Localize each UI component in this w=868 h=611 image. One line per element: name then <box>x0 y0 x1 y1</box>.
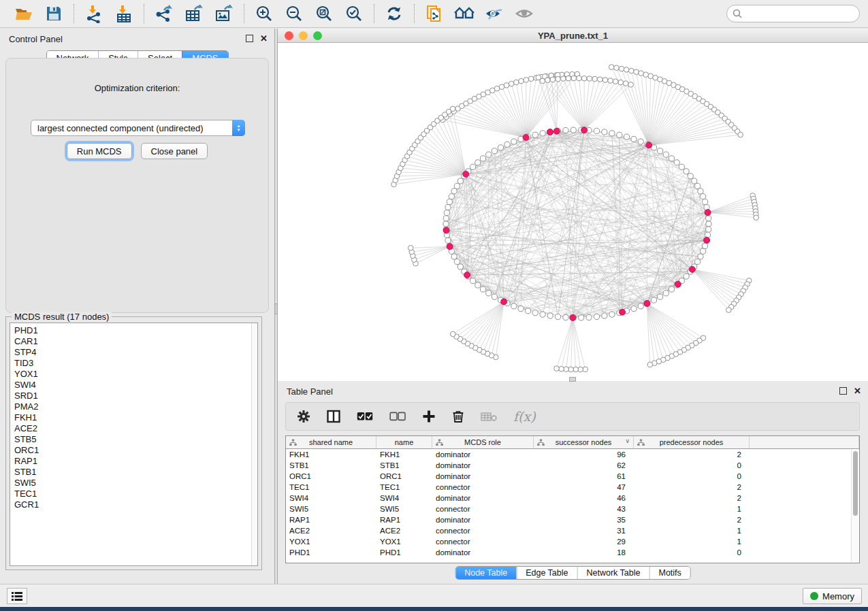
table-row[interactable]: STB1STB1dominator620 <box>286 460 859 471</box>
tab-node-table[interactable]: Node Table <box>455 567 516 579</box>
cell-predecessor-nodes: 0 <box>634 461 750 469</box>
import-network-icon[interactable] <box>84 4 104 23</box>
settings-gear-icon[interactable] <box>297 410 310 423</box>
cell-MCDS-role: connector <box>432 538 534 546</box>
mcds-result-item[interactable]: SWI4 <box>14 380 257 391</box>
horizontal-splitter-grip[interactable] <box>569 377 576 382</box>
add-column-icon[interactable] <box>422 410 436 423</box>
float-table-panel-icon[interactable] <box>839 387 847 395</box>
tab-edge-table[interactable]: Edge Table <box>516 567 577 579</box>
clear-checkboxes-icon[interactable] <box>389 412 406 421</box>
hide-selected-icon[interactable] <box>484 4 504 23</box>
delete-table-icon <box>481 412 497 422</box>
column-header-successor-nodes[interactable]: successor nodes∨ <box>534 436 634 448</box>
mcds-result-item[interactable]: ORC1 <box>14 445 257 456</box>
mcds-result-item[interactable]: SWI5 <box>14 478 257 489</box>
sort-chevron-icon: ∨ <box>625 437 630 444</box>
result-list-scrollbar[interactable] <box>251 323 257 565</box>
cell-predecessor-nodes: 1 <box>634 538 750 546</box>
network-canvas[interactable] <box>278 43 868 381</box>
cell-MCDS-role: connector <box>432 483 534 491</box>
zoom-out-icon[interactable] <box>284 4 304 23</box>
zoom-fit-icon[interactable] <box>314 4 334 23</box>
cell-name: PHD1 <box>376 548 432 557</box>
tab-network-table[interactable]: Network Table <box>577 567 649 579</box>
cell-predecessor-nodes: 0 <box>634 548 750 557</box>
table-row[interactable]: RAP1RAP1dominator352 <box>286 514 859 525</box>
export-network-icon[interactable] <box>154 4 174 23</box>
mcds-result-item[interactable]: FKH1 <box>14 412 257 423</box>
cell-name: TEC1 <box>376 483 432 491</box>
table-row[interactable]: SWI5SWI5connector431 <box>286 503 859 514</box>
close-window-icon[interactable] <box>285 31 293 40</box>
mcds-result-item[interactable]: PMA2 <box>14 401 257 412</box>
zoom-selected-icon[interactable] <box>344 4 364 23</box>
table-row[interactable]: PHD1PHD1dominator180 <box>286 547 859 558</box>
close-panel-icon[interactable]: ✕ <box>260 35 268 42</box>
minimize-window-icon[interactable] <box>299 31 308 40</box>
criterion-dropdown[interactable]: largest connected component (undirected)… <box>31 120 245 136</box>
status-bar: Memory <box>0 584 868 607</box>
mcds-result-item[interactable]: CAR1 <box>14 336 257 347</box>
table-row[interactable]: ORC1ORC1dominator610 <box>286 471 859 482</box>
mcds-result-item[interactable]: PHD1 <box>14 325 257 336</box>
run-mcds-button[interactable]: Run MCDS <box>67 143 132 159</box>
network-graph[interactable] <box>278 43 868 381</box>
task-history-button[interactable] <box>7 588 27 604</box>
float-panel-icon[interactable] <box>246 35 253 42</box>
cell-successor-nodes: 35 <box>534 516 634 524</box>
memory-status-icon <box>810 592 818 600</box>
cell-shared-name: ACE2 <box>286 527 376 535</box>
table-row[interactable]: ACE2ACE2connector311 <box>286 525 859 536</box>
mcds-result-item[interactable]: TID3 <box>14 358 257 369</box>
cell-MCDS-role: dominator <box>432 472 534 480</box>
table-scrollbar[interactable] <box>851 450 858 562</box>
show-all-panels-icon[interactable] <box>454 4 475 23</box>
table-row[interactable]: SWI4SWI4dominator462 <box>286 493 859 503</box>
column-header-MCDS-role[interactable]: MCDS role <box>432 436 534 448</box>
split-columns-icon[interactable] <box>327 410 340 423</box>
table-panel-title: Table Panel <box>287 386 333 397</box>
search-input[interactable] <box>745 9 854 18</box>
mcds-result-item[interactable]: RAP1 <box>14 456 257 467</box>
cell-MCDS-role: dominator <box>432 461 534 469</box>
export-group <box>144 4 244 23</box>
mcds-result-item[interactable]: YOX1 <box>14 369 257 380</box>
mcds-result-item[interactable]: STP4 <box>14 347 257 358</box>
column-header-name[interactable]: name <box>376 436 432 448</box>
memory-button[interactable]: Memory <box>803 588 862 604</box>
import-table-icon[interactable] <box>114 4 134 23</box>
mcds-result-item[interactable]: TEC1 <box>14 489 257 499</box>
save-session-icon[interactable] <box>44 4 64 23</box>
table-row[interactable]: TEC1TEC1connector472 <box>286 482 859 493</box>
refresh-layout-icon[interactable] <box>384 4 404 23</box>
duplicate-network-icon[interactable] <box>424 4 445 23</box>
tab-motifs[interactable]: Motifs <box>649 567 690 579</box>
close-table-panel-icon[interactable]: ✕ <box>854 387 861 395</box>
mcds-result-list[interactable]: PHD1CAR1STP4TID3YOX1SWI4SRD1PMA2FKH1ACE2… <box>10 323 258 566</box>
mcds-result-item[interactable]: SRD1 <box>14 391 257 401</box>
column-header-predecessor-nodes[interactable]: predecessor nodes <box>634 436 750 448</box>
show-hidden-icon[interactable] <box>514 4 534 23</box>
column-header-shared-name[interactable]: shared name <box>286 436 376 448</box>
export-table-icon[interactable] <box>184 4 204 23</box>
mcds-result-item[interactable]: ACE2 <box>14 423 257 434</box>
open-file-icon[interactable] <box>14 4 34 23</box>
maximize-window-icon[interactable] <box>313 31 322 40</box>
select-all-checkboxes-icon[interactable] <box>357 412 373 421</box>
search-field[interactable] <box>726 5 860 22</box>
table-scrollbar-thumb[interactable] <box>853 451 858 516</box>
mcds-result-item[interactable]: GCR1 <box>14 499 257 510</box>
cell-predecessor-nodes: 1 <box>634 505 750 513</box>
cell-shared-name: FKH1 <box>286 450 376 459</box>
cell-successor-nodes: 43 <box>534 505 634 513</box>
mcds-result-item[interactable]: STB5 <box>14 434 257 445</box>
mcds-result-item[interactable]: STB1 <box>14 467 257 478</box>
mcds-result-groupbox: MCDS result (17 nodes) PHD1CAR1STP4TID3Y… <box>5 316 262 570</box>
table-row[interactable]: YOX1YOX1connector291 <box>286 536 859 547</box>
close-panel-button[interactable]: Close panel <box>141 143 208 159</box>
table-row[interactable]: FKH1FKH1dominator962 <box>286 449 859 460</box>
export-image-icon[interactable] <box>214 4 234 23</box>
zoom-in-icon[interactable] <box>254 4 274 23</box>
delete-column-icon[interactable] <box>452 410 464 423</box>
